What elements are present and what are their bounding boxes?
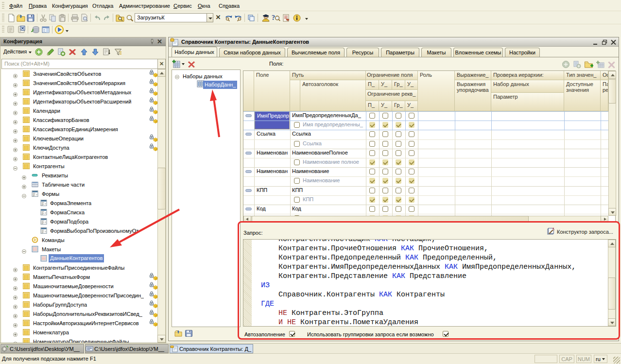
svg-text:?: ? [272, 14, 275, 21]
